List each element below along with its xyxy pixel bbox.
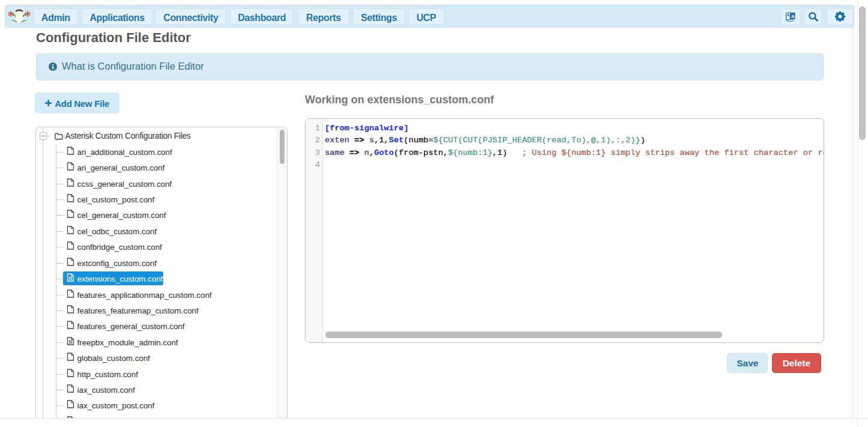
- svg-text:A: A: [791, 14, 795, 19]
